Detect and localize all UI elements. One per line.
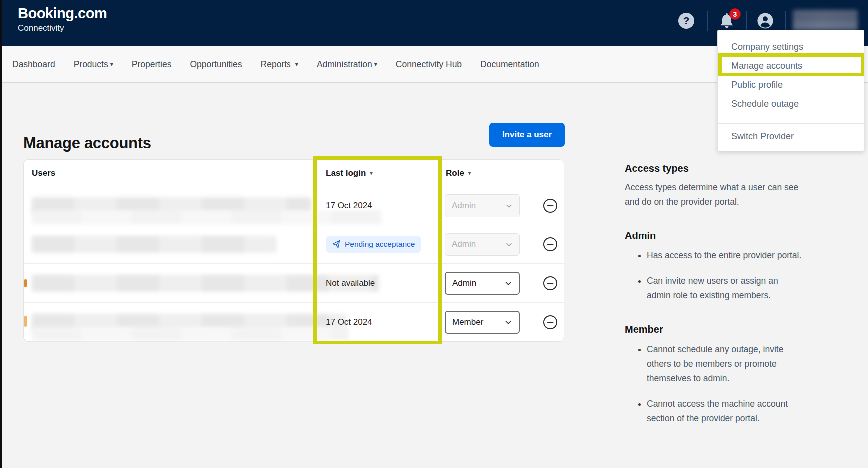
member-section-title: Member [625, 324, 818, 335]
avatar [24, 316, 27, 327]
menu-item-manage-accounts[interactable]: Manage accounts [718, 56, 864, 75]
last-login-cell: 17 Oct 2024 [326, 186, 372, 225]
topbar-divider [785, 11, 786, 31]
nav-item-connectivity-hub[interactable]: Connectivity Hub [396, 59, 462, 70]
role-select[interactable]: Admin [445, 272, 520, 295]
menu-item-switch-provider[interactable]: Switch Provider [718, 127, 864, 146]
user-name-redacted [32, 236, 277, 253]
topbar-divider [707, 11, 708, 31]
column-header-role[interactable]: Role▾ [446, 160, 471, 186]
user-email-redacted [32, 327, 349, 341]
table-header-row: Users Last login▾ Role▾ [24, 160, 564, 186]
account-dropdown-menu: Company settings Manage accounts Public … [717, 30, 864, 151]
users-table: Users Last login▾ Role▾ 17 Oct 2024 Admi… [23, 159, 564, 342]
access-types-panel: Access types Access types determine what… [625, 163, 818, 437]
account-avatar-icon[interactable] [757, 12, 774, 29]
page-title: Manage accounts [23, 134, 151, 152]
nav-item-dashboard[interactable]: Dashboard [12, 59, 55, 70]
minus-circle-icon [542, 314, 558, 330]
table-row: Pending acceptance Admin [24, 225, 564, 264]
remove-user-button[interactable] [542, 198, 558, 214]
role-select-value: Member [452, 317, 483, 327]
booking-logo[interactable]: Booking.com [18, 5, 107, 22]
notification-count-badge[interactable]: 3 [729, 8, 741, 20]
nav-item-opportunities[interactable]: Opportunities [190, 59, 242, 70]
role-select[interactable]: Admin [445, 233, 520, 256]
sort-caret-icon[interactable]: ▾ [468, 170, 471, 176]
user-name-redacted[interactable] [793, 10, 858, 31]
topbar-divider [746, 11, 747, 31]
access-type-member: Member Cannot schedule any outage, invit… [625, 324, 818, 426]
avatar [24, 279, 27, 287]
access-types-description: Access types determine what a user can s… [625, 180, 814, 209]
sort-caret-icon[interactable]: ▾ [370, 170, 373, 176]
send-icon [332, 239, 341, 249]
remove-user-button[interactable] [542, 275, 558, 291]
role-select-value: Admin [452, 278, 476, 288]
nav-item-properties[interactable]: Properties [132, 59, 172, 70]
column-header-last-login[interactable]: Last login▾ [326, 160, 373, 186]
role-select-value: Admin [452, 201, 476, 211]
minus-circle-icon [542, 198, 558, 214]
brand-subtitle: Connectivity [18, 23, 107, 33]
table-row: Not available Admin [24, 264, 564, 303]
chevron-down-icon: ▾ [110, 61, 113, 68]
nav-item-documentation[interactable]: Documentation [480, 59, 539, 70]
access-types-title: Access types [625, 163, 818, 174]
member-bullet: Cannot schedule any outage, invite other… [647, 342, 803, 386]
role-select[interactable]: Member [445, 311, 520, 334]
chevron-down-icon: ▾ [295, 61, 298, 68]
chevron-down-icon [505, 241, 513, 248]
admin-section-title: Admin [625, 230, 818, 241]
role-select-value: Admin [452, 239, 476, 249]
last-login-cell: Not available [326, 264, 375, 303]
role-select[interactable]: Admin [445, 194, 520, 217]
brand[interactable]: Booking.com Connectivity [18, 5, 107, 33]
menu-item-public-profile[interactable]: Public profile [718, 75, 864, 94]
menu-divider [718, 123, 864, 124]
help-icon[interactable]: ? [678, 13, 694, 29]
table-row: 17 Oct 2024 Admin [24, 186, 564, 225]
menu-item-company-settings[interactable]: Company settings [718, 37, 864, 56]
remove-user-button[interactable] [542, 314, 558, 330]
chevron-down-icon: ▾ [374, 61, 377, 68]
chevron-down-icon [504, 279, 512, 287]
pending-acceptance-badge: Pending acceptance [326, 236, 421, 253]
member-bullet: Cannot access the machine account sectio… [647, 397, 803, 426]
last-login-cell: Pending acceptance [326, 225, 421, 264]
remove-user-button[interactable] [542, 236, 558, 252]
minus-circle-icon [542, 275, 558, 291]
nav-item-reports[interactable]: Reports▾ [261, 59, 298, 70]
nav-item-products[interactable]: Products▾ [74, 59, 113, 70]
window-edge [0, 0, 2, 468]
column-header-users: Users [32, 160, 55, 186]
app-window: Booking.com Connectivity ? 3 Dashboard P… [0, 0, 868, 468]
invite-user-button[interactable]: Invite a user [489, 123, 565, 147]
chevron-down-icon [504, 318, 512, 326]
table-row: 17 Oct 2024 Member [24, 303, 564, 342]
admin-bullet: Can invite new users or assign an admin … [647, 274, 803, 303]
menu-item-schedule-outage[interactable]: Schedule outage [718, 94, 864, 113]
access-type-admin: Admin Has access to the entire provider … [625, 230, 818, 303]
admin-bullet: Has access to the entire provider portal… [647, 248, 803, 263]
minus-circle-icon [542, 236, 558, 252]
nav-item-administration[interactable]: Administration▾ [317, 59, 377, 70]
chevron-down-icon [505, 202, 513, 210]
last-login-cell: 17 Oct 2024 [326, 303, 372, 342]
